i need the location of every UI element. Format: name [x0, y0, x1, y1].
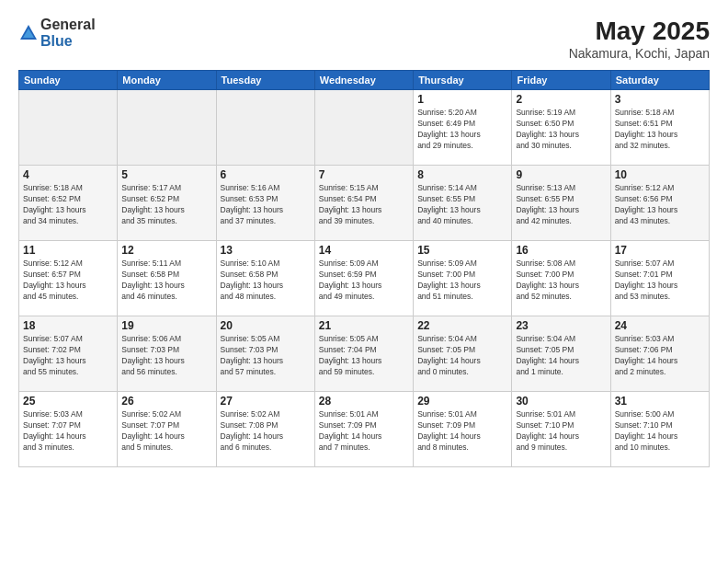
- calendar-cell: 14Sunrise: 5:09 AM Sunset: 6:59 PM Dayli…: [314, 241, 413, 316]
- day-number: 27: [221, 395, 311, 408]
- calendar-cell: 10Sunrise: 5:12 AM Sunset: 6:56 PM Dayli…: [610, 166, 709, 241]
- day-number: 30: [516, 395, 606, 408]
- day-number: 2: [516, 93, 606, 106]
- day-number: 11: [23, 244, 113, 257]
- cell-info: Sunrise: 5:05 AM Sunset: 7:03 PM Dayligh…: [221, 334, 311, 378]
- week-row-0: 1Sunrise: 5:20 AM Sunset: 6:49 PM Daylig…: [19, 90, 710, 166]
- day-number: 12: [121, 244, 211, 257]
- cell-info: Sunrise: 5:12 AM Sunset: 6:56 PM Dayligh…: [615, 183, 705, 227]
- calendar-cell: [216, 90, 314, 166]
- calendar-cell: 3Sunrise: 5:18 AM Sunset: 6:51 PM Daylig…: [610, 90, 709, 166]
- cell-info: Sunrise: 5:05 AM Sunset: 7:04 PM Dayligh…: [319, 334, 409, 378]
- calendar-cell: 27Sunrise: 5:02 AM Sunset: 7:08 PM Dayli…: [216, 392, 314, 467]
- calendar-cell: [118, 90, 216, 166]
- day-number: 17: [615, 244, 705, 257]
- day-number: 23: [516, 319, 606, 332]
- cell-info: Sunrise: 5:15 AM Sunset: 6:54 PM Dayligh…: [319, 183, 409, 227]
- cell-info: Sunrise: 5:19 AM Sunset: 6:50 PM Dayligh…: [516, 108, 606, 152]
- day-number: 10: [615, 168, 705, 181]
- logo-general: General: [40, 17, 96, 33]
- calendar-cell: 15Sunrise: 5:09 AM Sunset: 7:00 PM Dayli…: [414, 241, 512, 316]
- logo: General Blue: [18, 17, 96, 50]
- cell-info: Sunrise: 5:01 AM Sunset: 7:09 PM Dayligh…: [417, 409, 507, 454]
- calendar-cell: 21Sunrise: 5:05 AM Sunset: 7:04 PM Dayli…: [314, 316, 413, 392]
- location: Nakamura, Kochi, Japan: [569, 46, 710, 61]
- calendar-cell: 11Sunrise: 5:12 AM Sunset: 6:57 PM Dayli…: [19, 241, 118, 316]
- calendar-header: SundayMondayTuesdayWednesdayThursdayFrid…: [19, 71, 710, 90]
- weekday-thursday: Thursday: [414, 71, 512, 90]
- cell-info: Sunrise: 5:02 AM Sunset: 7:07 PM Dayligh…: [121, 409, 211, 454]
- week-row-2: 11Sunrise: 5:12 AM Sunset: 6:57 PM Dayli…: [19, 241, 710, 316]
- calendar-cell: 25Sunrise: 5:03 AM Sunset: 7:07 PM Dayli…: [19, 392, 118, 467]
- cell-info: Sunrise: 5:18 AM Sunset: 6:51 PM Dayligh…: [615, 108, 705, 152]
- cell-info: Sunrise: 5:00 AM Sunset: 7:10 PM Dayligh…: [615, 409, 705, 454]
- calendar-body: 1Sunrise: 5:20 AM Sunset: 6:49 PM Daylig…: [19, 90, 710, 467]
- day-number: 6: [221, 168, 311, 181]
- weekday-sunday: Sunday: [19, 71, 118, 90]
- cell-info: Sunrise: 5:07 AM Sunset: 7:01 PM Dayligh…: [615, 259, 705, 303]
- weekday-tuesday: Tuesday: [216, 71, 314, 90]
- day-number: 19: [121, 319, 211, 332]
- logo-icon: [18, 23, 39, 43]
- calendar-cell: 9Sunrise: 5:13 AM Sunset: 6:55 PM Daylig…: [512, 166, 610, 241]
- calendar-cell: [19, 90, 118, 166]
- day-number: 9: [516, 168, 606, 181]
- day-number: 26: [121, 395, 211, 408]
- calendar-cell: 5Sunrise: 5:17 AM Sunset: 6:52 PM Daylig…: [118, 166, 216, 241]
- day-number: 29: [417, 395, 507, 408]
- weekday-monday: Monday: [118, 71, 216, 90]
- weekday-row: SundayMondayTuesdayWednesdayThursdayFrid…: [19, 71, 710, 90]
- cell-info: Sunrise: 5:08 AM Sunset: 7:00 PM Dayligh…: [516, 259, 606, 303]
- weekday-friday: Friday: [512, 71, 610, 90]
- calendar-cell: 8Sunrise: 5:14 AM Sunset: 6:55 PM Daylig…: [414, 166, 512, 241]
- calendar-cell: 30Sunrise: 5:01 AM Sunset: 7:10 PM Dayli…: [512, 392, 610, 467]
- day-number: 31: [615, 395, 705, 408]
- calendar-cell: 4Sunrise: 5:18 AM Sunset: 6:52 PM Daylig…: [19, 166, 118, 241]
- logo-text: General Blue: [40, 17, 96, 50]
- cell-info: Sunrise: 5:14 AM Sunset: 6:55 PM Dayligh…: [417, 183, 507, 227]
- day-number: 14: [319, 244, 409, 257]
- calendar-cell: 16Sunrise: 5:08 AM Sunset: 7:00 PM Dayli…: [512, 241, 610, 316]
- calendar: SundayMondayTuesdayWednesdayThursdayFrid…: [18, 70, 710, 467]
- calendar-cell: 18Sunrise: 5:07 AM Sunset: 7:02 PM Dayli…: [19, 316, 118, 392]
- cell-info: Sunrise: 5:11 AM Sunset: 6:58 PM Dayligh…: [121, 259, 211, 303]
- cell-info: Sunrise: 5:03 AM Sunset: 7:06 PM Dayligh…: [615, 334, 705, 378]
- day-number: 13: [221, 244, 311, 257]
- day-number: 4: [23, 168, 113, 181]
- cell-info: Sunrise: 5:03 AM Sunset: 7:07 PM Dayligh…: [23, 409, 113, 454]
- month-title: May 2025: [569, 17, 710, 46]
- day-number: 8: [417, 168, 507, 181]
- calendar-cell: [314, 90, 413, 166]
- calendar-cell: 7Sunrise: 5:15 AM Sunset: 6:54 PM Daylig…: [314, 166, 413, 241]
- calendar-cell: 28Sunrise: 5:01 AM Sunset: 7:09 PM Dayli…: [314, 392, 413, 467]
- calendar-cell: 2Sunrise: 5:19 AM Sunset: 6:50 PM Daylig…: [512, 90, 610, 166]
- cell-info: Sunrise: 5:18 AM Sunset: 6:52 PM Dayligh…: [23, 183, 113, 227]
- cell-info: Sunrise: 5:13 AM Sunset: 6:55 PM Dayligh…: [516, 183, 606, 227]
- title-block: May 2025 Nakamura, Kochi, Japan: [569, 17, 710, 61]
- logo-blue: Blue: [40, 33, 96, 50]
- calendar-cell: 20Sunrise: 5:05 AM Sunset: 7:03 PM Dayli…: [216, 316, 314, 392]
- cell-info: Sunrise: 5:01 AM Sunset: 7:09 PM Dayligh…: [319, 409, 409, 454]
- cell-info: Sunrise: 5:01 AM Sunset: 7:10 PM Dayligh…: [516, 409, 606, 454]
- day-number: 22: [417, 319, 507, 332]
- calendar-cell: 13Sunrise: 5:10 AM Sunset: 6:58 PM Dayli…: [216, 241, 314, 316]
- cell-info: Sunrise: 5:09 AM Sunset: 7:00 PM Dayligh…: [417, 259, 507, 303]
- day-number: 18: [23, 319, 113, 332]
- calendar-cell: 1Sunrise: 5:20 AM Sunset: 6:49 PM Daylig…: [414, 90, 512, 166]
- calendar-cell: 19Sunrise: 5:06 AM Sunset: 7:03 PM Dayli…: [118, 316, 216, 392]
- cell-info: Sunrise: 5:02 AM Sunset: 7:08 PM Dayligh…: [221, 409, 311, 454]
- day-number: 25: [23, 395, 113, 408]
- cell-info: Sunrise: 5:09 AM Sunset: 6:59 PM Dayligh…: [319, 259, 409, 303]
- cell-info: Sunrise: 5:04 AM Sunset: 7:05 PM Dayligh…: [516, 334, 606, 378]
- cell-info: Sunrise: 5:10 AM Sunset: 6:58 PM Dayligh…: [221, 259, 311, 303]
- cell-info: Sunrise: 5:12 AM Sunset: 6:57 PM Dayligh…: [23, 259, 113, 303]
- day-number: 20: [221, 319, 311, 332]
- calendar-cell: 6Sunrise: 5:16 AM Sunset: 6:53 PM Daylig…: [216, 166, 314, 241]
- calendar-cell: 29Sunrise: 5:01 AM Sunset: 7:09 PM Dayli…: [414, 392, 512, 467]
- header: General Blue May 2025 Nakamura, Kochi, J…: [18, 17, 710, 61]
- week-row-3: 18Sunrise: 5:07 AM Sunset: 7:02 PM Dayli…: [19, 316, 710, 392]
- day-number: 1: [417, 93, 507, 106]
- week-row-4: 25Sunrise: 5:03 AM Sunset: 7:07 PM Dayli…: [19, 392, 710, 467]
- day-number: 28: [319, 395, 409, 408]
- day-number: 16: [516, 244, 606, 257]
